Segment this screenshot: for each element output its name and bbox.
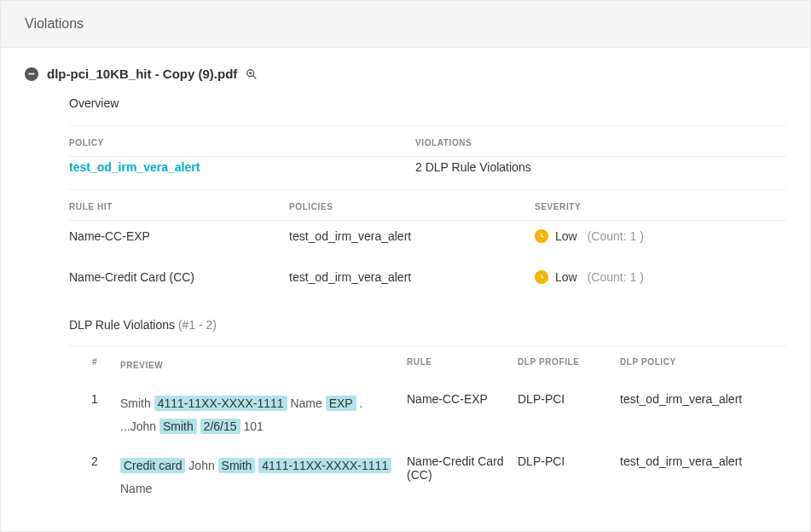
violation-row: 2 Credit card John Smith 4111-11XX-XXXX-… [69, 446, 786, 508]
text-token: Name [287, 396, 326, 410]
policy-link[interactable]: test_od_irm_vera_alert [69, 160, 200, 174]
rule-hit-cell: Name-CC-EXP [69, 229, 289, 243]
rule-policy-cell: test_od_irm_vera_alert [289, 229, 535, 243]
col-num-header: # [69, 357, 120, 373]
details: Overview POLICY VIOLATIONS test_od_irm_v… [25, 96, 786, 508]
violations-header: VIOLATIONS [415, 138, 786, 147]
col-rule-header: RULE [407, 357, 518, 373]
rule-row: Name-CC-EXPtest_od_irm_vera_alertLow(Cou… [69, 221, 786, 262]
collapse-icon[interactable] [25, 67, 38, 81]
policy-row: test_od_irm_vera_alert 2 DLP Rule Violat… [69, 157, 786, 189]
file-name: dlp-pci_10KB_hit - Copy (9).pdf [47, 66, 237, 81]
rules-body: Name-CC-EXPtest_od_irm_vera_alertLow(Cou… [69, 221, 786, 303]
highlight-token: EXP [326, 396, 356, 411]
text-token: Name [120, 482, 152, 495]
rule-row: Name-Credit Card (CC)test_od_irm_vera_al… [69, 262, 786, 303]
rule-cell: Name-Credit Card (CC) [407, 454, 518, 482]
profile-cell: DLP-PCI [518, 392, 620, 406]
severity-text: Low [555, 270, 577, 284]
text-token: 101 [240, 419, 264, 433]
severity-header: SEVERITY [535, 202, 786, 211]
severity-low-icon [535, 229, 548, 243]
dlp-section-title: DLP Rule Violations (#1 - 2) [69, 303, 786, 345]
svg-line-1 [253, 75, 257, 78]
file-row: dlp-pci_10KB_hit - Copy (9).pdf [25, 66, 786, 81]
preview-cell: Credit card John Smith 4111-11XX-XXXX-11… [120, 454, 407, 500]
col-policy-header: DLP POLICY [620, 357, 786, 373]
text-token: John [185, 459, 217, 472]
content-area: dlp-pci_10KB_hit - Copy (9).pdf Overview… [1, 48, 810, 508]
violation-row: 1Smith 4111-11XX-XXXX-1111 Name EXP . ..… [69, 384, 786, 446]
policy-cell: test_od_irm_vera_alert [620, 392, 786, 406]
rule-policy-cell: test_od_irm_vera_alert [289, 270, 535, 284]
highlight-token: 4111-11XX-XXXX-1111 [154, 396, 287, 411]
highlight-token: Smith [218, 458, 256, 473]
page-title: Violations [25, 16, 786, 32]
policy-cell: test_od_irm_vera_alert [620, 454, 786, 468]
svg-line-9 [542, 277, 543, 278]
severity-count: (Count: 1 ) [588, 229, 644, 243]
rule-cell: Name-CC-EXP [407, 392, 518, 406]
highlight-token: 4111-11XX-XXXX-1111 [258, 458, 391, 473]
rule-hit-header: RULE HIT [69, 202, 289, 211]
severity-text: Low [555, 229, 577, 243]
highlight-token: Credit card [120, 458, 185, 473]
highlight-token: 2/6/15 [200, 419, 240, 434]
dlp-range: (#1 - 2) [178, 318, 217, 332]
violations-table-header: # PREVIEW RULE DLP PROFILE DLP POLICY [69, 345, 786, 384]
profile-cell: DLP-PCI [518, 454, 620, 468]
preview-cell: Smith 4111-11XX-XXXX-1111 Name EXP . ...… [120, 392, 407, 437]
rule-hit-cell: Name-Credit Card (CC) [69, 270, 289, 284]
violations-count: 2 DLP Rule Violations [415, 160, 786, 174]
col-preview-header: PREVIEW [120, 357, 407, 373]
severity-low-icon [535, 270, 548, 284]
magnify-icon[interactable] [246, 68, 258, 80]
row-num: 1 [69, 392, 120, 406]
col-profile-header: DLP PROFILE [518, 357, 620, 373]
svg-line-6 [542, 236, 543, 237]
overview-label: Overview [69, 96, 786, 110]
rules-header-row: RULE HIT POLICIES SEVERITY [69, 190, 786, 220]
policies-header: POLICIES [289, 202, 535, 211]
dlp-title-text: DLP Rule Violations [69, 318, 175, 332]
text-token: Smith [120, 396, 154, 410]
panel-header: Violations [1, 1, 810, 48]
policy-header-row: POLICY VIOLATIONS [69, 126, 786, 156]
rule-severity-cell: Low(Count: 1 ) [535, 270, 786, 284]
violations-table-body: 1Smith 4111-11XX-XXXX-1111 Name EXP . ..… [69, 384, 786, 508]
severity-count: (Count: 1 ) [588, 270, 644, 284]
rule-severity-cell: Low(Count: 1 ) [535, 229, 786, 243]
policy-header: POLICY [69, 138, 415, 147]
row-num: 2 [69, 454, 120, 468]
highlight-token: Smith [159, 419, 197, 434]
